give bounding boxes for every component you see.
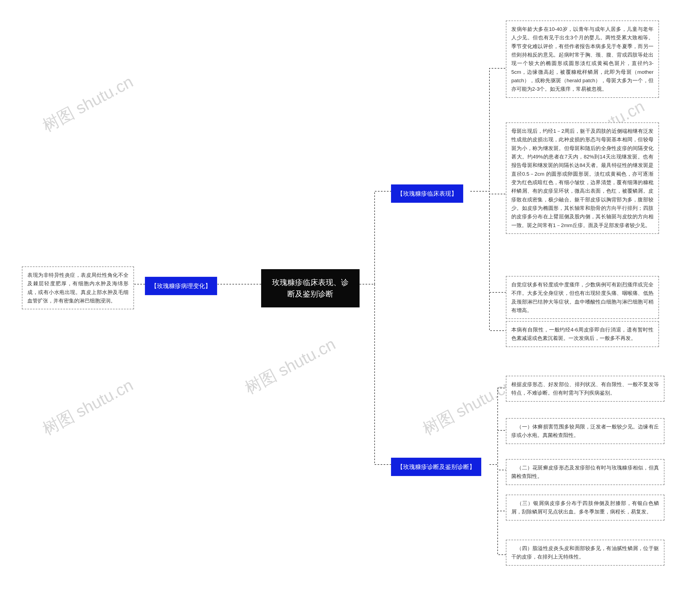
branch-clinical[interactable]: 【玫瑰糠疹临床表现】 (391, 184, 463, 203)
left-leaf-pathology: 表现为非特异性炎症，表皮局灶性角化不全及棘层轻度肥厚，有细胞内水肿及海绵形成，或… (22, 266, 134, 309)
leaf-diagnosis-2: （二）花斑癣皮疹形态及发疹部位有时与玫瑰糠疹相似，但真菌检查阳性。 (506, 459, 665, 485)
leaf-diagnosis-0: 根据皮疹形态、好发部位、排列状况、有自限性、一般不复发等特点，不难诊断。但有时需… (506, 376, 665, 402)
root-node[interactable]: 玫瑰糠疹临床表现、诊断及鉴别诊断 (261, 269, 360, 308)
leaf-diagnosis-4: （四）脂溢性皮炎头皮和面部较多见，有油腻性鳞屑，位于躯干的皮疹，在排列上无特殊性… (506, 540, 665, 566)
watermark: 树图 shutu.cn (241, 333, 339, 399)
leaf-clinical-3: 本病有自限性，一般约经4-6周皮疹即自行消退，遗有暂时性色素减退或色素沉着斑。一… (506, 321, 659, 347)
leaf-clinical-0: 发病年龄大多在10-40岁，以青年与成年人居多，儿童与老年人少见。但也有见于出生… (506, 20, 659, 98)
leaf-clinical-1: 母斑出现后，约经1－2周后，躯干及四肢的近侧端相继有泛发性成批的皮损出现，此种皮… (506, 122, 659, 234)
watermark: 树图 shutu.cn (419, 374, 517, 440)
leaf-diagnosis-3: （三）银屑病皮疹多分布于四肢伸侧及肘膝部，有银白色鳞屑，刮除鳞屑可见点状出血。多… (506, 495, 665, 521)
watermark: 树图 shutu.cn (39, 71, 137, 137)
watermark: 树图 shutu.cn (39, 374, 137, 440)
left-branch-pathology[interactable]: 【玫瑰糠疹病理变化】 (145, 277, 217, 295)
leaf-diagnosis-1: （一）体癣损害范围多较局限，泛发者一般较少见。边缘有丘疹或小水疱。真菌检查阳性。 (506, 418, 665, 444)
leaf-clinical-2: 自觉症状多有轻度或中度瘙痒，少数病例可有剧烈瘙痒或完全不痒。大多无全身症状，但也… (506, 276, 659, 319)
branch-diagnosis[interactable]: 【玫瑰糠疹诊断及鉴别诊断】 (391, 458, 481, 476)
